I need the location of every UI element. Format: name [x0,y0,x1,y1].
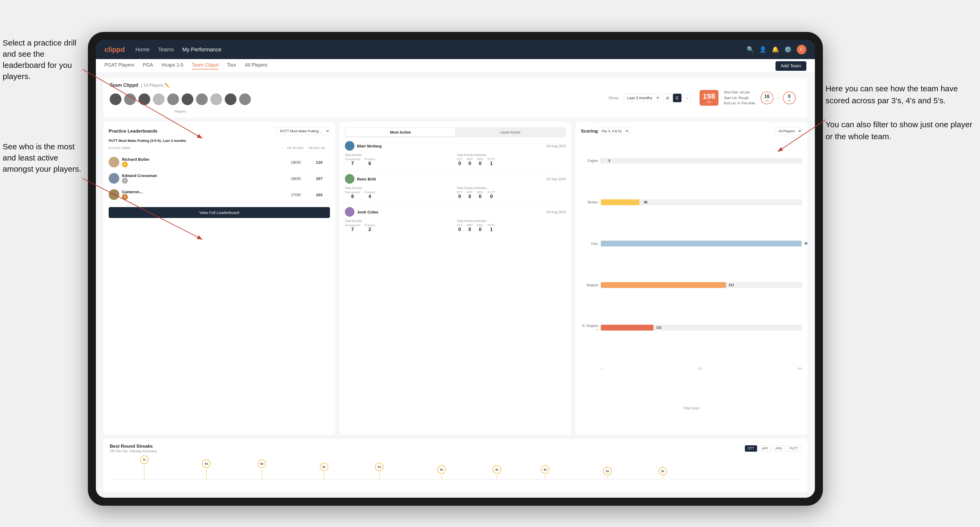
activity-arg-col-2: ARG 0 [477,190,483,199]
activity-tournament-col-3: Tournament 7 [345,224,360,232]
shot-circle-2-unit: yds [788,99,791,102]
least-active-tab[interactable]: Least Active [455,128,565,137]
arg-label-3: ARG [477,224,483,227]
filter-ott[interactable]: OTT [745,445,757,452]
player-avatar-1[interactable] [110,94,121,105]
pb-avatar-1 [109,157,119,167]
player-avatar-9[interactable] [225,94,237,105]
grid-view-btn[interactable]: ⊞ [663,94,672,102]
activity-rounds-label-3: Total Rounds [345,219,454,222]
activity-ott-col-2: OTT 0 [457,190,463,199]
shot-end-lie: End Lie: In The Hole [724,101,755,106]
settings-icon[interactable]: ⚙️ [784,46,791,53]
period-select[interactable]: Last 3 months Last 6 months Last year [623,94,660,102]
player-avatar-10[interactable] [239,94,251,105]
bell-icon[interactable]: 🔔 [772,46,779,53]
streak-node-8: 4x [541,465,549,479]
filter-putt[interactable]: PUTT [787,445,801,452]
player-avatar-5[interactable] [167,94,179,105]
axis-0: 0 [601,367,602,370]
avatar[interactable]: C [797,45,807,54]
activity-putt-col-1: PUTT 1 [488,157,495,167]
activity-tournament-col-2: Tournament 8 [345,190,360,199]
practice-leaderboard-title: Practice Leaderboards [109,129,158,134]
sub-nav-pgat[interactable]: PGAT Players [104,62,134,70]
bottom-title: Best Round Streaks [110,444,157,449]
sub-nav-all-players[interactable]: All Players [245,62,268,70]
activity-arg-col-3: ARG 0 [477,224,483,232]
shot-circle-2: 0 yds [783,92,796,104]
shot-circle-1-value: 16 [764,94,770,99]
streak-node-2: 6x [202,459,211,479]
activity-stat-group-practice-1: Total Practice Activities OTT 0 APP 0 [457,153,566,167]
sub-nav-team-clippd[interactable]: Team Clippd [192,62,218,70]
nav-item-home[interactable]: Home [135,46,150,53]
bar-label-birdies: Birdies [581,200,598,204]
bar-fill-birdies: 96 [601,199,640,205]
nav-item-teams[interactable]: Teams [158,46,174,53]
bar-row-bogeys: Bogeys 311 [581,282,802,288]
activity-app-col-3: APP 0 [467,224,473,232]
bar-track-eagles: 3 [601,158,802,163]
pb-subtitle: PUTT Must Make Putting (3-6 ft), Last 3 … [109,139,330,143]
best-round-streaks-section: Best Round Streaks Off The Tee, Fairway … [103,439,807,492]
activity-stats-3: Total Rounds Tournament 7 Practice 2 [345,219,566,232]
player-select[interactable]: All Players [775,127,802,135]
activity-stat-group-practice-2: Total Practice Activities OTT 0 APP 0 [457,186,566,199]
view-leaderboard-button[interactable]: View Full Leaderboard [109,207,330,218]
player-avatar-8[interactable] [210,94,222,105]
search-icon[interactable]: 🔍 [747,46,754,53]
sub-nav-tour[interactable]: Tour [227,62,236,70]
player-avatar-2[interactable] [124,94,136,105]
activity-app-col-1: APP 0 [467,157,473,167]
pb-row-3: Cameron... 3 17/20 103 [109,187,330,203]
shot-circles: 16 yds → 0 yds [760,92,796,104]
bar-track-birdies: 96 [601,199,802,205]
player-avatar-3[interactable] [138,94,150,105]
player-avatar-4[interactable] [153,94,165,105]
most-active-tab[interactable]: Most Active [346,128,455,137]
people-icon[interactable]: 👤 [759,46,767,53]
pb-header-score: PB SCORE [287,146,309,149]
shot-connector: → [775,95,781,101]
activity-stats-2: Total Rounds Tournament 8 Practice 4 [345,186,566,199]
player-avatar-7[interactable] [196,94,208,105]
team-title-row: Team Clippd | 14 Players ✏️ [110,83,251,88]
streak-node-3: 6x [258,459,266,479]
activity-avatar-3 [345,207,355,217]
list-view-btn[interactable]: ☰ [673,94,681,102]
pb-name-2: Edward Crossman [122,173,157,178]
bar-fill-eagles: 3 [601,158,602,163]
activity-tournament-col-1: Tournament 7 [345,157,360,167]
pb-name-3: Cameron... [122,189,143,194]
nav-logo: clippd [104,46,125,54]
shot-dist: Shot Dist: 16 yds [724,90,755,95]
team-title: Team Clippd | 14 Players ✏️ [110,83,170,88]
bar-fill-pars: 499 [601,241,802,246]
sub-nav-pga[interactable]: PGA [143,62,153,70]
sub-nav-hcaps[interactable]: Hcaps 1-5 [161,62,183,70]
nav-item-my-performance[interactable]: My Performance [182,46,221,53]
streak-dot-1: 7x [140,456,149,464]
sort-view-btn[interactable]: ↕ [682,94,691,102]
arg-label-2: ARG [477,190,483,194]
filter-arg[interactable]: ARG [773,445,785,452]
activity-stat-group-practice-3: Total Practice Activities OTT 0 APP 0 [457,219,566,232]
streak-node-1: 7x [140,456,149,479]
arg-val-1: 0 [477,161,483,167]
activity-tournament-val-2: 8 [345,194,360,199]
par-select[interactable]: Par 3, 4 & 5s Par 3s Par 4s Par 5s [598,127,629,135]
drill-select[interactable]: PUTT Must Make Putting ... [276,127,330,135]
team-left: Team Clippd | 14 Players ✏️ [110,83,251,113]
shot-start-lie: Start Lie: Rough [724,95,755,101]
shot-badge-num: 198 [703,92,715,101]
activity-rounds-label-2: Total Rounds [345,186,454,189]
nav-icons: 🔍 👤 🔔 ⚙️ C [747,45,807,54]
add-team-button[interactable]: Add Team [775,61,807,71]
bar-row-eagles: Eagles 3 [581,158,802,163]
filter-app[interactable]: APP [759,445,771,452]
shot-badge-label: SG [703,101,715,103]
player-avatar-6[interactable] [181,94,193,105]
pb-period: Last 3 months [163,139,186,143]
pb-player-1: Richard Butler 1 [109,157,283,167]
